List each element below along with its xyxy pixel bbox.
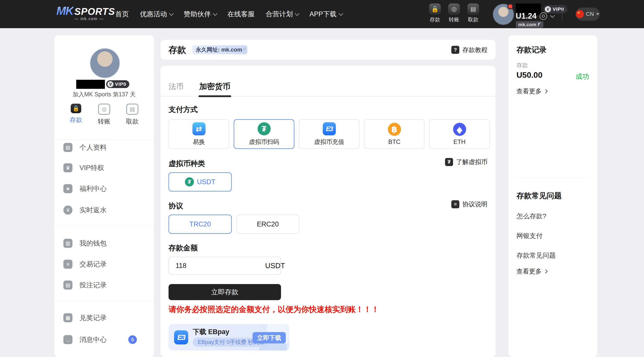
- payment-method-crypto-qr[interactable]: ₮ 虚拟币扫码: [234, 119, 294, 149]
- site-badge[interactable]: mk.com: [516, 21, 543, 28]
- sidebar-item-bets[interactable]: ▤ 投注记录: [63, 279, 145, 292]
- payment-warning-text: 请你务必按照选定的金额支付，以便为你快速核实到账！！！: [169, 304, 379, 315]
- right-panel: 存款记录 存款 U50.00 成功 查看更多 存款常见问题 怎么存款? 网银支付…: [508, 35, 597, 357]
- nav-item-support[interactable]: 在线客服: [227, 10, 255, 19]
- divider: [562, 8, 562, 21]
- faq-item-common-questions[interactable]: 存款常见问题: [516, 251, 556, 260]
- document-icon: ≡: [63, 260, 72, 269]
- vip-badge[interactable]: V VIP0: [106, 80, 129, 88]
- sidebar-item-rebate[interactable]: ¥ 实时返水: [63, 204, 145, 217]
- nav-menu: 首页 优惠活动 赞助伙伴 在线客服 合营计划 APP下载: [115, 0, 342, 28]
- sidebar-item-transactions[interactable]: ≡ 交易记录: [63, 258, 145, 271]
- faq-item-how-to-deposit[interactable]: 怎么存款?: [516, 212, 546, 221]
- sidebar-withdraw-button[interactable]: ▤ 取款: [126, 104, 139, 126]
- eye-icon[interactable]: [540, 12, 547, 20]
- page: MK SPORTS — mk.com — 首页 优惠活动 赞助伙伴 在线客服 合…: [0, 0, 644, 357]
- payment-method-crypto-topup[interactable]: E3 虚拟币充值: [299, 119, 359, 149]
- logo-sports: SPORTS: [74, 6, 115, 17]
- nav-item-app-download[interactable]: APP下载: [309, 10, 342, 19]
- chevron-right-icon: [544, 269, 548, 273]
- deposit-tutorial-link[interactable]: ? 存款教程: [451, 46, 488, 54]
- crypto-option-usdt[interactable]: ₮ USDT: [169, 172, 232, 191]
- amount-input[interactable]: [175, 262, 265, 270]
- swap-icon: ⇄: [192, 122, 206, 135]
- amount-unit: USDT: [265, 262, 285, 270]
- usdt-icon: ₮: [258, 122, 271, 135]
- nav-withdraw-button[interactable]: ▤ 取款: [467, 4, 479, 23]
- avatar[interactable]: [493, 4, 514, 25]
- crypto-type-heading: 虚拟币种类: [169, 159, 205, 169]
- chevron-down-icon: [169, 11, 174, 16]
- amount-field: USDT: [169, 257, 281, 275]
- chevron-down-icon: [295, 11, 300, 16]
- eth-icon: ◆: [453, 123, 466, 136]
- divider: [516, 177, 589, 178]
- nav-item-affiliate[interactable]: 合营计划: [266, 10, 298, 19]
- chevron-down-icon[interactable]: [550, 13, 555, 18]
- transfer-icon: ◎: [448, 4, 460, 15]
- record-type-label: 存款: [516, 61, 528, 69]
- btc-icon: ฿: [388, 123, 401, 136]
- ebpay-icon: E3: [174, 330, 188, 344]
- protocol-heading: 协议: [169, 201, 183, 211]
- username-redacted: [76, 80, 105, 89]
- protocol-option-erc20[interactable]: ERC20: [236, 215, 299, 234]
- tab-fiat[interactable]: 法币: [169, 77, 184, 96]
- sidebar-item-wallet[interactable]: ▥ 我的钱包: [63, 237, 145, 250]
- balance-row: U1.24: [516, 12, 554, 21]
- protocol-option-trc20[interactable]: TRC20: [169, 215, 232, 234]
- briefcase-icon: ▦: [63, 313, 72, 322]
- vip-v-icon: V: [107, 81, 113, 87]
- brand-logo[interactable]: MK SPORTS — mk.com —: [56, 4, 107, 21]
- nav-deposit-button[interactable]: 🔒 存款: [429, 4, 441, 23]
- nav-item-home[interactable]: 首页: [115, 10, 129, 19]
- ebpay-download-button[interactable]: 立即下载: [253, 332, 286, 343]
- faq-item-online-banking[interactable]: 网银支付: [516, 231, 543, 240]
- notification-dot: [507, 4, 513, 9]
- receipt-icon: ▤: [63, 281, 72, 290]
- wallet-lock-icon: 🔒: [71, 104, 81, 113]
- payment-method-exchange[interactable]: ⇄ 易换: [169, 119, 229, 149]
- sidebar-deposit-button[interactable]: 🔒 存款: [70, 104, 82, 126]
- join-days-text: 加入MK Sports 第137 天: [54, 91, 154, 98]
- payment-methods: ⇄ 易换 ₮ 虚拟币扫码 E3 虚拟币充值 ฿ BTC ◆ ETH: [169, 119, 490, 149]
- sidebar-item-welfare[interactable]: ★ 福利中心: [63, 182, 145, 195]
- sidebar-item-prizes[interactable]: ▦ 兑奖记录: [63, 311, 145, 324]
- deposit-panel: 法币 加密货币 支付方式 ⇄ 易换 ₮ 虚拟币扫码 E3 虚拟币充值 ฿ BTC…: [160, 66, 496, 357]
- deposit-now-button[interactable]: 立即存款: [169, 284, 281, 300]
- permanent-url-badge[interactable]: 永久网址: mk.com: [192, 45, 247, 54]
- wallet-icon: ▥: [63, 239, 72, 248]
- currency-tabs: 法币 加密货币: [160, 77, 496, 97]
- protocol-info-link[interactable]: ≡ 协议说明: [451, 200, 488, 208]
- faq-title: 存款常见问题: [516, 191, 562, 201]
- avatar[interactable]: [90, 48, 120, 78]
- payment-method-btc[interactable]: ฿ BTC: [364, 119, 425, 149]
- crown-icon: ♛: [63, 163, 72, 172]
- divider: [54, 225, 154, 226]
- gift-icon: ★: [63, 184, 72, 193]
- logo-mk: MK: [56, 4, 73, 18]
- language-selector[interactable]: CN: [576, 8, 600, 21]
- sidebar-item-messages[interactable]: … 消息中心 6: [63, 333, 145, 346]
- record-amount: U50.00: [516, 70, 542, 80]
- tab-crypto[interactable]: 加密货币: [199, 77, 230, 96]
- faq-more-link[interactable]: 查看更多: [516, 267, 547, 275]
- id-card-icon: ▤: [63, 143, 72, 152]
- balance-value: U1.24: [516, 12, 537, 21]
- chevron-down-icon: [213, 11, 218, 16]
- deposit-records-title: 存款记录: [516, 45, 547, 55]
- transfer-icon: ◎: [98, 104, 110, 115]
- learn-crypto-link[interactable]: ₮ 了解虚拟币: [445, 158, 488, 166]
- chevron-down-icon: [338, 11, 343, 16]
- sidebar-item-vip[interactable]: ♛ VIP特权: [63, 161, 145, 174]
- nav-transfer-button[interactable]: ◎ 转账: [448, 4, 460, 23]
- payment-method-eth[interactable]: ◆ ETH: [429, 119, 490, 149]
- sidebar-item-profile[interactable]: ▤ 个人资料: [63, 141, 145, 154]
- divider: [54, 301, 154, 301]
- nav-quick-actions: 🔒 存款 ◎ 转账 ▤ 取款: [429, 4, 479, 23]
- sidebar-transfer-button[interactable]: ◎ 转账: [98, 104, 110, 126]
- records-more-link[interactable]: 查看更多: [516, 87, 547, 95]
- nav-item-sponsors[interactable]: 赞助伙伴: [184, 10, 216, 19]
- ebpay-banner: E3 下载 EBpay EBpay支付 0手续费 秒到账 立即下载: [169, 324, 289, 350]
- nav-item-promos[interactable]: 优惠活动: [140, 10, 173, 19]
